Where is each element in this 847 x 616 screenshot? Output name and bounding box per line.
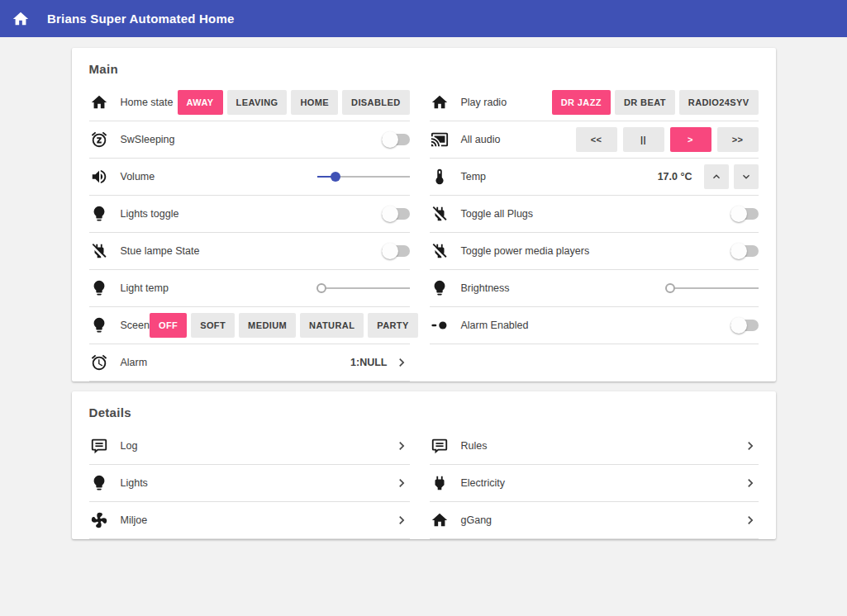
row-label: Play radio (461, 97, 507, 108)
details-card-title: Details (72, 391, 776, 428)
chevron-up-icon (710, 170, 723, 183)
option-natural[interactable]: NATURAL (300, 313, 364, 338)
app-title: Brians Super Automated Home (47, 12, 235, 26)
slider-thumb[interactable] (316, 283, 326, 293)
row-label: Stue lampe State (121, 245, 200, 257)
chevron-right-icon (742, 512, 759, 528)
row-label: Toggle all Plugs (461, 208, 534, 220)
list-item-label: Lights (121, 477, 148, 489)
row-lights-toggle: Lights toggle (89, 196, 410, 233)
row-label: Brightness (461, 282, 510, 294)
slider-thumb[interactable] (331, 172, 340, 182)
list-item-label: Electricity (461, 477, 505, 489)
option-away[interactable]: AWAY (178, 90, 223, 115)
sceen-options: OFF SOFT MEDIUM NATURAL PARTY (150, 313, 418, 338)
row-toggle-all-plugs: Toggle all Plugs (430, 196, 759, 233)
home-icon (89, 93, 109, 111)
row-all-audio: All audio << || > >> (430, 121, 759, 159)
list-item-miljoe[interactable]: Miljoe (89, 502, 410, 539)
message-icon (89, 437, 109, 455)
all-audio-controls: << || > >> (576, 127, 759, 152)
list-item-rules[interactable]: Rules (430, 428, 759, 465)
rewind-button[interactable]: << (576, 127, 617, 152)
details-left-column: Log Lights Miljoe (89, 428, 410, 539)
stue-lampe-toggle[interactable] (382, 243, 410, 259)
lights-toggle[interactable] (382, 206, 410, 222)
main-card-title: Main (72, 48, 776, 84)
row-label: Lights toggle (121, 208, 179, 220)
list-item-label: Log (121, 440, 138, 452)
play-radio-options: DR JAZZ DR BEAT RADIO24SYV (552, 90, 759, 115)
option-home[interactable]: HOME (291, 90, 338, 115)
play-button[interactable]: > (670, 127, 711, 152)
row-alarm-enabled: Alarm Enabled (430, 307, 759, 344)
pause-button[interactable]: || (623, 127, 664, 152)
list-item-lights[interactable]: Lights (89, 465, 410, 502)
list-item-label: gGang (461, 514, 492, 526)
row-label: Toggle power media players (461, 245, 590, 257)
chevron-down-icon (740, 170, 753, 183)
list-item-ggang[interactable]: gGang (430, 502, 759, 539)
chevron-right-icon (393, 475, 410, 491)
chevron-right-icon (742, 438, 759, 454)
row-label: Light temp (121, 282, 169, 294)
option-medium[interactable]: MEDIUM (239, 313, 296, 338)
all-plugs-toggle[interactable] (730, 206, 759, 222)
temp-down-button[interactable] (734, 164, 759, 189)
option-leaving[interactable]: LEAVING (227, 90, 288, 115)
home-state-options: AWAY LEAVING HOME DISABLED (178, 90, 410, 115)
row-label: Home state (121, 97, 174, 108)
row-label: Alarm (121, 357, 148, 368)
row-light-temp: Light temp (89, 270, 410, 307)
list-item-label: Miljoe (121, 514, 148, 526)
lightbulb-icon (89, 316, 109, 334)
temp-up-button[interactable] (704, 164, 729, 189)
temp-value: 17.0 °C (658, 171, 692, 182)
home-icon[interactable] (12, 10, 30, 28)
row-label: All audio (461, 134, 501, 145)
option-dr-jazz[interactable]: DR JAZZ (552, 90, 611, 115)
light-temp-slider[interactable] (317, 282, 410, 295)
chevron-right-icon (393, 354, 410, 371)
lightbulb-icon (89, 279, 109, 297)
row-sw-sleeping: SwSleeping (89, 121, 410, 159)
sw-sleeping-toggle[interactable] (382, 131, 410, 148)
slider-thumb[interactable] (665, 283, 675, 293)
chevron-right-icon (393, 438, 410, 454)
alarm-snooze-icon (89, 130, 109, 149)
row-play-radio: Play radio DR JAZZ DR BEAT RADIO24SYV (430, 84, 759, 121)
option-off[interactable]: OFF (150, 313, 187, 338)
alarm-enabled-toggle[interactable] (730, 317, 759, 334)
message-icon (430, 437, 450, 455)
option-disabled[interactable]: DISABLED (342, 90, 409, 115)
row-temp: Temp 17.0 °C (430, 159, 759, 196)
forward-button[interactable]: >> (717, 127, 759, 152)
fan-icon (89, 511, 109, 529)
list-item-log[interactable]: Log (89, 428, 410, 465)
lightbulb-icon (89, 205, 109, 223)
chevron-right-icon (393, 512, 410, 528)
row-volume: Volume (89, 159, 410, 196)
row-label: Alarm Enabled (461, 320, 529, 331)
list-item-electricity[interactable]: Electricity (430, 465, 759, 502)
row-home-state: Home state AWAY LEAVING HOME DISABLED (89, 84, 410, 121)
row-alarm[interactable]: Alarm 1:NULL (89, 344, 410, 381)
lightbulb-icon (89, 474, 109, 492)
brightness-slider[interactable] (666, 282, 759, 295)
power-plug-off-icon (430, 205, 450, 223)
row-stue-lampe-state: Stue lampe State (89, 233, 410, 270)
details-card: Details Log Lights Miljoe (72, 391, 776, 539)
chevron-right-icon (742, 475, 759, 491)
row-toggle-power-media-players: Toggle power media players (430, 233, 759, 270)
power-media-players-toggle[interactable] (730, 243, 759, 259)
main-card: Main Home state AWAY LEAVING HOME DISABL… (72, 48, 776, 381)
row-label: Volume (121, 171, 155, 182)
option-soft[interactable]: SOFT (191, 313, 235, 338)
option-party[interactable]: PARTY (368, 313, 417, 338)
option-radio24syv[interactable]: RADIO24SYV (679, 90, 759, 115)
toggle-commit-icon (430, 316, 450, 334)
details-right-column: Rules Electricity gGang (430, 428, 759, 539)
option-dr-beat[interactable]: DR BEAT (615, 90, 675, 115)
volume-slider[interactable] (317, 170, 410, 183)
lightbulb-icon (430, 279, 450, 297)
